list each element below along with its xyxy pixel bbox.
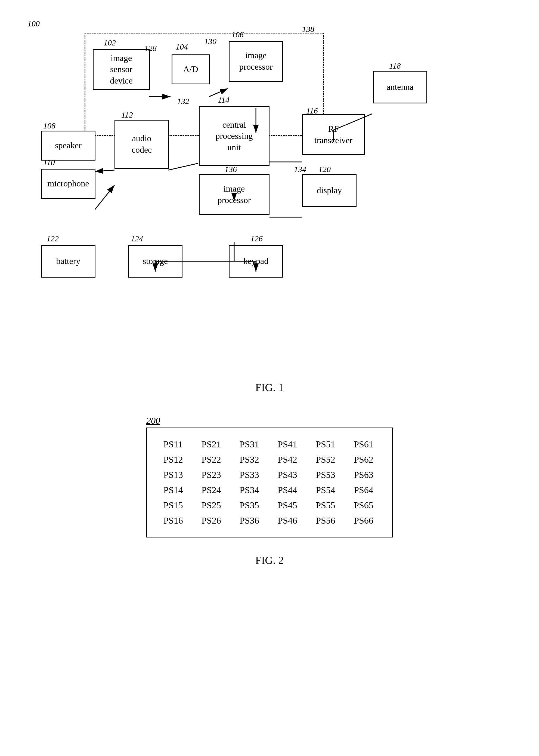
- label-130: 130: [204, 37, 216, 46]
- label-104: 104: [176, 42, 188, 51]
- label-106: 106: [231, 30, 244, 39]
- svg-line-6: [168, 163, 198, 170]
- fig2-section: 200 PS11 PS21 PS31 PS41 PS51 PS61 PS12 P…: [22, 416, 517, 588]
- grid-table: PS11 PS21 PS31 PS41 PS51 PS61 PS12 PS22 …: [146, 427, 393, 537]
- cell-r3c1: PS13: [163, 470, 185, 480]
- cell-r3c6: PS63: [354, 470, 376, 480]
- cell-r5c3: PS35: [240, 500, 261, 511]
- svg-line-4: [95, 170, 115, 171]
- grid-row-5: PS15 PS25 PS35 PS45 PS55 PS65: [163, 500, 376, 511]
- cell-r3c4: PS43: [278, 470, 299, 480]
- grid-row-1: PS11 PS21 PS31 PS41 PS51 PS61: [163, 439, 376, 449]
- box-display: display: [302, 174, 356, 207]
- cell-r4c5: PS54: [316, 485, 338, 495]
- label-132: 132: [177, 97, 189, 106]
- label-134: 134: [294, 165, 306, 174]
- cell-r6c5: PS56: [316, 516, 338, 526]
- box-antenna: antenna: [373, 71, 427, 103]
- grid-row-4: PS14 PS24 PS34 PS44 PS54 PS64: [163, 485, 376, 495]
- fig2-diagram: 200 PS11 PS21 PS31 PS41 PS51 PS61 PS12 P…: [146, 416, 393, 537]
- cell-r6c2: PS26: [201, 516, 223, 526]
- cell-r3c5: PS53: [316, 470, 338, 480]
- cell-r2c5: PS52: [316, 454, 338, 465]
- grid-row-3: PS13 PS23 PS33 PS43 PS53 PS63: [163, 470, 376, 480]
- label-112: 112: [121, 110, 133, 120]
- cell-r4c2: PS24: [201, 485, 223, 495]
- cell-r3c2: PS23: [201, 470, 223, 480]
- label-128: 128: [144, 44, 157, 53]
- cell-r5c2: PS25: [201, 500, 223, 511]
- box-microphone: microphone: [41, 169, 96, 199]
- box-adc: A/D: [172, 54, 210, 84]
- cell-r2c6: PS62: [354, 454, 376, 465]
- box-speaker: speaker: [41, 131, 96, 160]
- label-136: 136: [225, 165, 237, 174]
- label-122: 122: [46, 234, 59, 243]
- label-118: 118: [389, 61, 401, 70]
- label-110: 110: [43, 158, 55, 167]
- label-114: 114: [218, 95, 230, 105]
- cell-r1c1: PS11: [163, 439, 185, 449]
- label-124: 124: [131, 234, 143, 243]
- cell-r1c4: PS41: [278, 439, 299, 449]
- fig2-caption: FIG. 2: [255, 554, 284, 567]
- box-image-sensor: imagesensordevice: [93, 49, 150, 90]
- label-120: 120: [318, 165, 331, 174]
- cell-r6c1: PS16: [163, 516, 185, 526]
- cell-r1c5: PS51: [316, 439, 338, 449]
- cell-r6c4: PS46: [278, 516, 299, 526]
- cell-r5c4: PS45: [278, 500, 299, 511]
- svg-line-5: [95, 185, 115, 210]
- label-100: 100: [28, 19, 40, 28]
- cell-r5c6: PS65: [354, 500, 376, 511]
- cell-r1c2: PS21: [201, 439, 223, 449]
- box-audio-codec: audiocodec: [115, 120, 169, 169]
- box-storage: storage: [128, 245, 183, 278]
- cell-r4c3: PS34: [240, 485, 261, 495]
- fig1-diagram: 100 138 imagesensordevice 102 A/D 104 im…: [25, 16, 514, 370]
- cell-r5c5: PS55: [316, 500, 338, 511]
- grid-row-6: PS16 PS26 PS36 PS46 PS56 PS66: [163, 516, 376, 526]
- cell-r5c1: PS15: [163, 500, 185, 511]
- cell-r2c2: PS22: [201, 454, 223, 465]
- grid-row-2: PS12 PS22 PS32 PS42 PS52 PS62: [163, 454, 376, 465]
- label-102: 102: [104, 38, 116, 47]
- cell-r1c3: PS31: [240, 439, 261, 449]
- cell-r4c1: PS14: [163, 485, 185, 495]
- cell-r2c1: PS12: [163, 454, 185, 465]
- label-116: 116: [306, 106, 318, 115]
- label-200: 200: [146, 416, 393, 426]
- label-108: 108: [43, 121, 55, 130]
- page: 100 138 imagesensordevice 102 A/D 104 im…: [0, 0, 539, 756]
- cell-r4c4: PS44: [278, 485, 299, 495]
- cell-r2c3: PS32: [240, 454, 261, 465]
- cell-r3c3: PS33: [240, 470, 261, 480]
- fig1-caption: FIG. 1: [22, 381, 517, 394]
- box-image-processor-top: imageprocessor: [229, 41, 283, 82]
- label-126: 126: [251, 234, 263, 243]
- cell-r2c4: PS42: [278, 454, 299, 465]
- cell-r1c6: PS61: [354, 439, 376, 449]
- box-image-processor-bottom: imageprocessor: [199, 174, 270, 215]
- cell-r6c6: PS66: [354, 516, 376, 526]
- box-cpu: centralprocessingunit: [199, 106, 270, 166]
- box-battery: battery: [41, 245, 96, 278]
- cell-r4c6: PS64: [354, 485, 376, 495]
- cell-r6c3: PS36: [240, 516, 261, 526]
- box-keypad: keypad: [229, 245, 283, 278]
- box-rf-transceiver: RFtransceiver: [302, 114, 365, 155]
- label-138: 138: [302, 25, 314, 34]
